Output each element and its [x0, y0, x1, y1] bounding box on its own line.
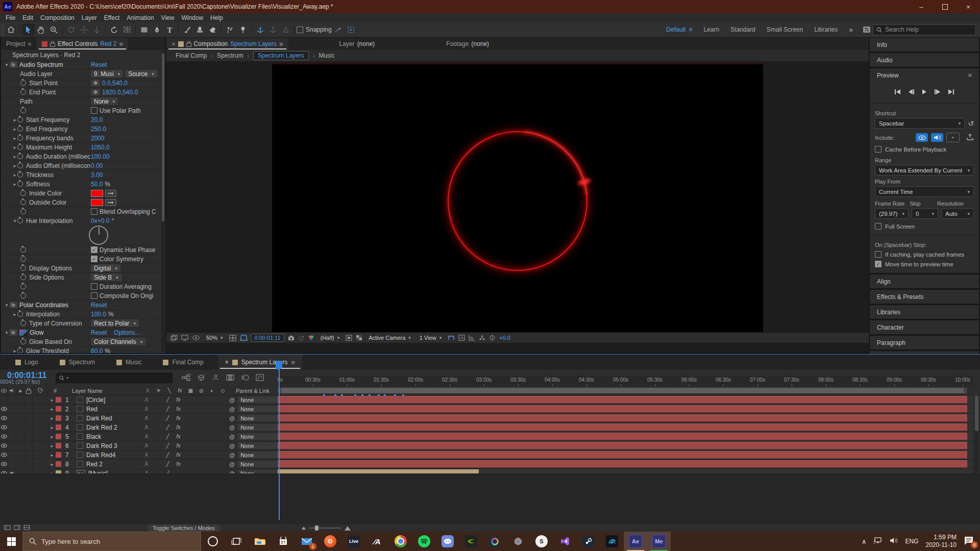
panel-menu-icon[interactable]: ≡ — [291, 359, 295, 366]
layer-row-dark-red4[interactable]: ▸7Dark Red4╱fx@None▾ — [0, 450, 980, 460]
layer-quality-toggle[interactable]: ╱ — [162, 414, 173, 422]
preview-monitor-icon[interactable] — [181, 335, 188, 341]
parent-pickwhip-icon[interactable]: @ — [229, 415, 235, 421]
taskbar-icon-microsoft-store[interactable] — [272, 532, 295, 551]
timeline-tab-logo[interactable]: Logo — [8, 355, 53, 370]
audio-layer-dropdown[interactable]: 9. Musi▾ — [91, 70, 123, 78]
menu-layer[interactable]: Layer — [78, 14, 101, 21]
layer-shy-toggle[interactable] — [141, 395, 152, 404]
menu-help[interactable]: Help — [207, 14, 227, 21]
layer-solo-toggle[interactable] — [16, 441, 24, 450]
effect-panel-scrollbar[interactable] — [161, 51, 165, 352]
taskbar-icon-discord[interactable] — [436, 532, 459, 551]
twirl-icon[interactable]: ▾ — [4, 303, 9, 308]
axis-local-tool[interactable] — [254, 23, 266, 36]
property-dropdown[interactable]: Rect to Polar▾ — [91, 319, 139, 327]
layer-quality-toggle[interactable]: ╱ — [162, 441, 173, 450]
stopwatch-icon[interactable] — [20, 256, 26, 262]
twirl-icon[interactable]: ▸ — [12, 127, 17, 132]
taskbar-icon-live[interactable]: Live — [342, 532, 365, 551]
tab-effect-controls[interactable]: Effect Controls Red 2 ≡ — [37, 38, 128, 50]
menu-effect[interactable]: Effect — [101, 14, 123, 21]
stopwatch-icon[interactable] — [20, 320, 26, 326]
export-preview-icon[interactable] — [966, 134, 974, 142]
puppet-pin-tool[interactable] — [236, 23, 249, 36]
shy-layers-icon[interactable] — [212, 374, 219, 383]
play-button[interactable] — [922, 89, 926, 94]
hand-tool[interactable] — [35, 23, 47, 36]
stopwatch-icon[interactable] — [20, 89, 26, 95]
stopwatch-icon[interactable] — [20, 265, 26, 271]
layer-audio-toggle[interactable] — [8, 460, 16, 468]
layer-row-dark-red-3[interactable]: ▸6Dark Red 3╱fx@None▾ — [0, 441, 980, 450]
layer-effects-toggle[interactable] — [152, 423, 162, 432]
taskbar-icon-chrome[interactable] — [389, 532, 412, 551]
layer-name[interactable]: Red — [86, 406, 97, 413]
next-frame-button[interactable] — [935, 89, 940, 94]
layer-flag-cell[interactable] — [33, 441, 48, 450]
parent-pickwhip-icon[interactable]: @ — [229, 434, 235, 440]
layer-lock-toggle[interactable] — [24, 432, 33, 441]
layer-row-red[interactable]: ▸2Red╱fx@None▾ — [0, 405, 980, 414]
layer-label-swatch[interactable] — [56, 434, 61, 439]
taskbar-icon-creative-cloud[interactable] — [483, 532, 506, 551]
taskbar-icon-media-encoder[interactable]: Me — [647, 532, 671, 551]
property-value[interactable]: 50.0 — [91, 181, 103, 188]
breadcrumb-final-comp[interactable]: Final Comp — [176, 52, 207, 59]
frame-rate-dropdown[interactable]: (29.97)▾ — [875, 208, 909, 219]
layer-solo-toggle[interactable] — [16, 450, 24, 459]
layer-audio-toggle[interactable] — [8, 395, 16, 404]
property-dropdown[interactable]: None▾ — [91, 97, 118, 105]
layer-label-swatch[interactable] — [56, 415, 61, 421]
parent-pickwhip-icon[interactable]: @ — [229, 461, 235, 467]
zoom-out-timeline-icon[interactable] — [302, 527, 306, 530]
layer-shy-toggle[interactable] — [141, 441, 152, 450]
stopwatch-icon[interactable] — [20, 80, 26, 86]
layer-row-red-2[interactable]: ▸8Red 2╱fx@None▾ — [0, 460, 980, 469]
composition-canvas[interactable] — [272, 63, 763, 339]
pixel-aspect-icon[interactable] — [458, 335, 465, 341]
region-of-interest-icon[interactable] — [345, 23, 357, 36]
twirl-icon[interactable]: ▸ — [12, 163, 17, 168]
taskbar-icon-visual-studio[interactable] — [553, 532, 577, 551]
tab-layer[interactable]: Layer(none) — [334, 38, 380, 50]
layer-visibility-toggle[interactable] — [0, 441, 8, 450]
stopwatch-icon[interactable] — [17, 126, 23, 132]
menu-animation[interactable]: Animation — [123, 14, 157, 21]
layer-twirl-icon[interactable]: ▸ — [48, 423, 56, 432]
layer-visibility-toggle[interactable] — [0, 423, 8, 432]
active-camera-dropdown[interactable]: Active Camera▾ — [366, 334, 413, 342]
twirl-icon[interactable]: ▸ — [12, 136, 17, 141]
layer-audio-toggle[interactable] — [8, 405, 16, 413]
viewer-timecode[interactable]: 0:00:01:11 — [251, 334, 284, 342]
parent-pickwhip-icon[interactable]: @ — [229, 397, 235, 403]
taskbar-icon-cortana[interactable] — [201, 532, 225, 551]
layer-duration-bar[interactable] — [278, 451, 967, 459]
rotation-tool[interactable] — [108, 23, 120, 36]
time-ruler[interactable]: 00s00:30s01:00s01:30s02:00s02:30s03:00s0… — [278, 376, 973, 387]
layer-row-dark-red-2[interactable]: ▸4Dark Red 2╱fx@None▾ — [0, 423, 980, 432]
close-icon[interactable]: × — [28, 40, 32, 48]
panel-tab-effects-presets[interactable]: Effects & Presets — [870, 290, 979, 304]
panel-menu-icon[interactable]: ≡ — [968, 71, 972, 79]
layer-shy-toggle[interactable] — [141, 405, 152, 413]
property-checkbox[interactable] — [91, 208, 97, 215]
layer-twirl-icon[interactable]: ▸ — [48, 432, 56, 441]
composition-mini-flowchart-icon[interactable] — [182, 374, 190, 383]
timeline-tab-final-comp[interactable]: Final Comp — [156, 355, 217, 370]
layer-name[interactable]: Red 2 — [86, 461, 103, 468]
snapshot-icon[interactable] — [288, 335, 295, 341]
property-value[interactable]: 0.0,540.0 — [102, 80, 128, 87]
layer-flag-cell[interactable] — [33, 423, 48, 432]
timeline-search-input[interactable]: ▾ — [56, 373, 173, 383]
layer-effects-toggle[interactable] — [152, 414, 162, 422]
workspace-settings-icon[interactable] — [860, 23, 873, 36]
layer-label-swatch[interactable] — [56, 443, 61, 448]
layer-lock-toggle[interactable] — [24, 423, 33, 432]
layer-solo-toggle[interactable] — [16, 414, 24, 422]
work-area-bar[interactable] — [278, 388, 967, 393]
eyedropper-icon[interactable] — [105, 190, 116, 197]
layer-twirl-icon[interactable]: ▸ — [48, 460, 56, 468]
taskbar-search-input[interactable]: Type here to search — [22, 532, 201, 551]
layer-visibility-toggle[interactable] — [0, 432, 8, 441]
